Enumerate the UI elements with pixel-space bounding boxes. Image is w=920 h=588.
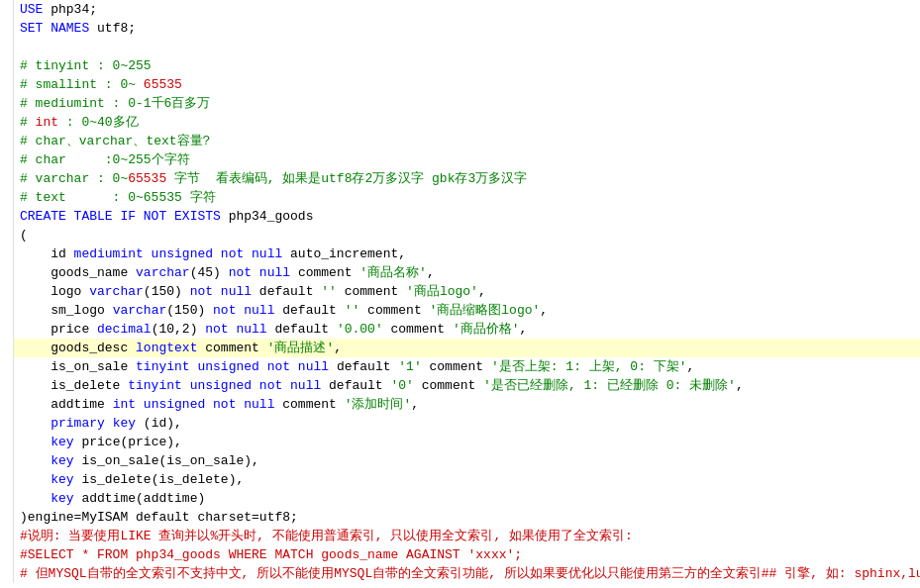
line-content-15[interactable]: goods_name varchar(45) not null comment … — [14, 263, 920, 282]
line-number-13 — [0, 226, 14, 245]
line-number-30 — [0, 545, 14, 564]
line-7: # int : 0~40多亿 — [0, 113, 920, 132]
code-editor: USE php34; SET NAMES utf8; # tinyint : 0… — [0, 0, 920, 588]
line-18: price decimal(10,2) not null default '0.… — [0, 320, 920, 339]
line-5: # smallint : 0~ 65535 — [0, 75, 920, 94]
line-26: key is_delete(is_delete), — [0, 470, 920, 489]
line-1: USE php34; — [0, 0, 920, 19]
line-30: #SELECT * FROM php34_goods WHERE MATCH g… — [0, 545, 920, 564]
line-31: # 但MYSQL自带的全文索引不支持中文, 所以不能使用MYSQL自带的全文索引… — [0, 564, 920, 583]
line-content-31: # 但MYSQL自带的全文索引不支持中文, 所以不能使用MYSQL自带的全文索引… — [14, 564, 920, 583]
line-content-16[interactable]: logo varchar(150) not null default '' co… — [14, 282, 920, 301]
line-11: # text : 0~65535 字符 — [0, 188, 920, 207]
line-25: key is_on_sale(is_on_sale), — [0, 451, 920, 470]
line-content-11: # text : 0~65535 字符 — [14, 188, 920, 207]
line-number-1 — [0, 0, 14, 19]
line-24: key price(price), — [0, 433, 920, 451]
line-number-21 — [0, 376, 14, 395]
line-content-6: # mediumint : 0-1千6百多万 — [14, 94, 920, 113]
line-6: # mediumint : 0-1千6百多万 — [0, 94, 920, 113]
line-number-6 — [0, 94, 14, 113]
line-content-27[interactable]: key addtime(addtime) — [14, 489, 920, 508]
line-content-29: #说明: 当要使用LIKE 查询并以%开头时, 不能使用普通索引, 只以使用全文… — [14, 527, 920, 545]
line-12: CREATE TABLE IF NOT EXISTS php34_goods — [0, 207, 920, 226]
line-number-7 — [0, 113, 14, 132]
line-number-12 — [0, 207, 14, 226]
line-29: #说明: 当要使用LIKE 查询并以%开头时, 不能使用普通索引, 只以使用全文… — [0, 527, 920, 545]
line-27: key addtime(addtime) — [0, 489, 920, 508]
line-number-14 — [0, 245, 14, 263]
line-number-31 — [0, 564, 14, 583]
line-content-3 — [14, 38, 920, 56]
line-number-28 — [0, 508, 14, 527]
line-content-26[interactable]: key is_delete(is_delete), — [14, 470, 920, 489]
line-number-17 — [0, 301, 14, 320]
line-content-30: #SELECT * FROM php34_goods WHERE MATCH g… — [14, 545, 920, 564]
line-number-29 — [0, 527, 14, 545]
line-content-9: # char :0~255个字符 — [14, 150, 920, 169]
line-content-4: # tinyint : 0~255 — [14, 56, 920, 75]
line-number-9 — [0, 150, 14, 169]
line-number-16 — [0, 282, 14, 301]
line-14: id mediumint unsigned not null auto_incr… — [0, 245, 920, 263]
line-number-23 — [0, 414, 14, 433]
line-content-20[interactable]: is_on_sale tinyint unsigned not null def… — [14, 357, 920, 376]
line-content-2[interactable]: SET NAMES utf8; — [14, 19, 920, 38]
line-22: addtime int unsigned not null comment '添… — [0, 395, 920, 414]
line-content-17[interactable]: sm_logo varchar(150) not null default ''… — [14, 301, 920, 320]
line-number-2 — [0, 19, 14, 38]
line-content-13[interactable]: ( — [14, 226, 920, 245]
line-21: is_delete tinyint unsigned not null defa… — [0, 376, 920, 395]
line-number-11 — [0, 188, 14, 207]
line-number-20 — [0, 357, 14, 376]
line-content-19[interactable]: goods_desc longtext comment '商品描述', — [14, 339, 920, 357]
line-content-7: # int : 0~40多亿 — [14, 113, 920, 132]
line-number-22 — [0, 395, 14, 414]
line-20: is_on_sale tinyint unsigned not null def… — [0, 357, 920, 376]
line-content-10: # varchar : 0~65535 字节 看表编码, 如果是utf8存2万多… — [14, 169, 920, 188]
line-number-19 — [0, 339, 14, 357]
line-content-8: # char、varchar、text容量? — [14, 132, 920, 150]
line-number-15 — [0, 263, 14, 282]
line-number-4 — [0, 56, 14, 75]
line-number-3 — [0, 38, 14, 56]
line-number-25 — [0, 451, 14, 470]
line-number-18 — [0, 320, 14, 339]
line-number-27 — [0, 489, 14, 508]
line-4: # tinyint : 0~255 — [0, 56, 920, 75]
line-3 — [0, 38, 920, 56]
line-content-28[interactable]: )engine=MyISAM default charset=utf8; — [14, 508, 920, 527]
line-16: logo varchar(150) not null default '' co… — [0, 282, 920, 301]
line-content-21[interactable]: is_delete tinyint unsigned not null defa… — [14, 376, 920, 395]
line-15: goods_name varchar(45) not null comment … — [0, 263, 920, 282]
line-number-8 — [0, 132, 14, 150]
line-19: goods_desc longtext comment '商品描述', — [0, 339, 920, 357]
line-content-1[interactable]: USE php34; — [14, 0, 920, 19]
line-number-24 — [0, 433, 14, 451]
line-content-5: # smallint : 0~ 65535 — [14, 75, 920, 94]
line-content-18[interactable]: price decimal(10,2) not null default '0.… — [14, 320, 920, 339]
line-content-23[interactable]: primary key (id), — [14, 414, 920, 433]
line-number-5 — [0, 75, 14, 94]
line-28: )engine=MyISAM default charset=utf8; — [0, 508, 920, 527]
line-8: # char、varchar、text容量? — [0, 132, 920, 150]
line-13: ( — [0, 226, 920, 245]
line-content-22[interactable]: addtime int unsigned not null comment '添… — [14, 395, 920, 414]
line-23: primary key (id), — [0, 414, 920, 433]
line-number-26 — [0, 470, 14, 489]
line-number-10 — [0, 169, 14, 188]
line-content-14[interactable]: id mediumint unsigned not null auto_incr… — [14, 245, 920, 263]
line-10: # varchar : 0~65535 字节 看表编码, 如果是utf8存2万多… — [0, 169, 920, 188]
line-content-12[interactable]: CREATE TABLE IF NOT EXISTS php34_goods — [14, 207, 920, 226]
line-2: SET NAMES utf8; — [0, 19, 920, 38]
line-content-24[interactable]: key price(price), — [14, 433, 920, 451]
line-content-25[interactable]: key is_on_sale(is_on_sale), — [14, 451, 920, 470]
line-17: sm_logo varchar(150) not null default ''… — [0, 301, 920, 320]
line-9: # char :0~255个字符 — [0, 150, 920, 169]
